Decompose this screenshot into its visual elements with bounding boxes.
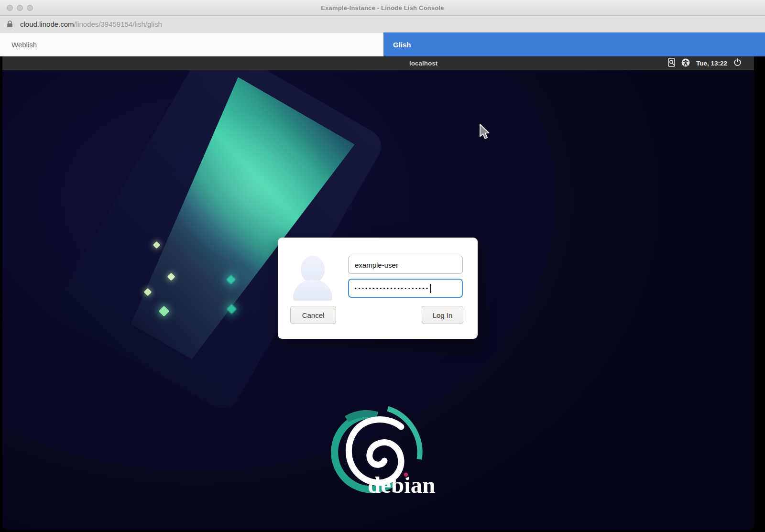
tab-glish[interactable]: Glish — [383, 33, 765, 56]
debian-wordmark: debian — [368, 472, 436, 498]
login-dialog: example-user ••••••••••••••••••••• Cance… — [278, 238, 478, 339]
traffic-lights — [7, 0, 33, 15]
minimize-button[interactable] — [17, 5, 23, 11]
url-path: /linodes/39459154/lish/glish — [74, 20, 162, 28]
window-title: Example-Instance - Linode Lish Console — [321, 4, 444, 11]
close-button[interactable] — [7, 5, 13, 11]
cancel-button-label: Cancel — [302, 311, 325, 319]
desktop: example-user ••••••••••••••••••••• Cance… — [2, 70, 754, 530]
clock-label[interactable]: Tue, 13:22 — [696, 60, 727, 67]
username-input[interactable]: example-user — [348, 256, 463, 274]
glish-console: localhost Tue, 13:22 — [0, 56, 765, 532]
screen-reader-icon[interactable] — [668, 58, 675, 69]
hostname-label: localhost — [409, 56, 437, 70]
password-input[interactable]: ••••••••••••••••••••• — [348, 279, 463, 298]
username-value: example-user — [355, 261, 398, 269]
mouse-cursor — [479, 124, 492, 142]
password-masked-value: ••••••••••••••••••••• — [355, 286, 429, 291]
log-in-button-label: Log In — [433, 311, 453, 319]
power-icon[interactable] — [733, 58, 742, 68]
debian-logo: debian — [313, 404, 438, 500]
tab-weblish[interactable]: Weblish — [0, 33, 383, 56]
titlebar: Example-Instance - Linode Lish Console — [0, 0, 765, 16]
log-in-button[interactable]: Log In — [422, 306, 463, 324]
remote-screen: localhost Tue, 13:22 — [2, 56, 754, 530]
zoom-button[interactable] — [27, 5, 33, 11]
accessibility-icon[interactable] — [681, 58, 690, 69]
text-caret — [430, 284, 431, 293]
url-domain: cloud.linode.com — [20, 20, 74, 28]
url-text: cloud.linode.com/linodes/39459154/lish/g… — [20, 20, 162, 28]
browser-window: Example-Instance - Linode Lish Console c… — [0, 0, 765, 532]
lish-tab-bar: Weblish Glish — [0, 33, 765, 56]
lock-icon — [7, 21, 17, 28]
tab-glish-label: Glish — [393, 41, 411, 49]
tab-weblish-label: Weblish — [11, 41, 37, 49]
top-bar-status-area: Tue, 13:22 — [668, 56, 742, 70]
cancel-button[interactable]: Cancel — [290, 306, 336, 324]
user-avatar-icon — [293, 256, 332, 301]
gnome-top-bar: localhost Tue, 13:22 — [2, 56, 754, 70]
address-bar[interactable]: cloud.linode.com/linodes/39459154/lish/g… — [0, 16, 765, 33]
